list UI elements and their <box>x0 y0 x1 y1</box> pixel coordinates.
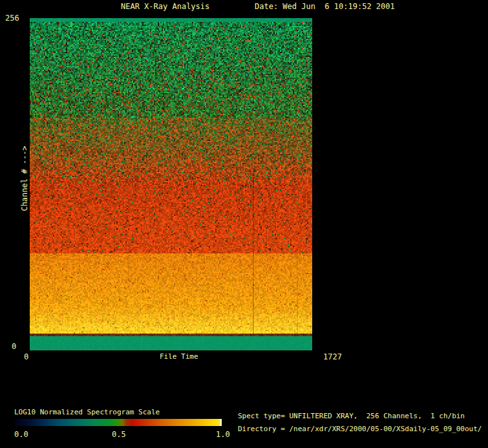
near-xray-analysis-window: NEAR X-Ray Analysis Date: Wed Jun 6 10:1… <box>0 0 488 448</box>
x-axis-max-label: 1727 <box>323 353 342 361</box>
x-axis-title: File Time <box>160 353 198 361</box>
date-label: Date: Wed Jun 6 10:19:52 2001 <box>255 3 395 11</box>
spectrogram-heatmap <box>30 18 312 350</box>
colorbar-tick-min: 0.0 <box>14 431 28 439</box>
page-title: NEAR X-Ray Analysis <box>121 3 209 11</box>
y-axis-min-label: 0 <box>12 343 16 351</box>
colorbar-tick-max: 1.0 <box>216 431 230 439</box>
x-axis-min-label: 0 <box>24 353 28 361</box>
y-axis-max-label: 256 <box>5 14 19 23</box>
colorbar-title: LOG10 Normalized Spectrogram Scale <box>14 409 160 416</box>
colorbar-gradient <box>14 419 222 426</box>
spect-type-label: Spect type= UNFILTERED XRAY, 256 Channel… <box>238 412 465 420</box>
y-axis-title: Channel # ---> <box>20 145 29 211</box>
directory-label: Directory = /near/xdr/XRS/2000/05-00/XSd… <box>238 425 482 433</box>
colorbar-tick-mid: 0.5 <box>112 431 126 439</box>
